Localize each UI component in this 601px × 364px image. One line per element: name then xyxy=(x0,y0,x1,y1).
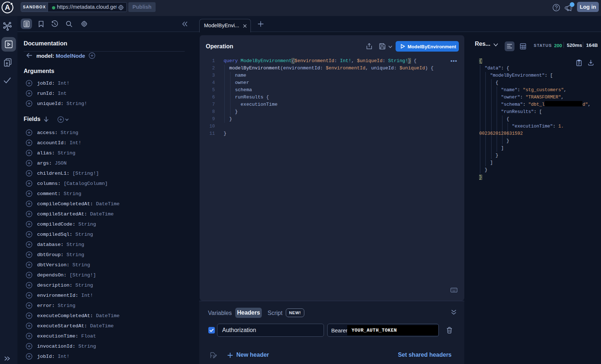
svg-text:A: A xyxy=(5,3,10,11)
